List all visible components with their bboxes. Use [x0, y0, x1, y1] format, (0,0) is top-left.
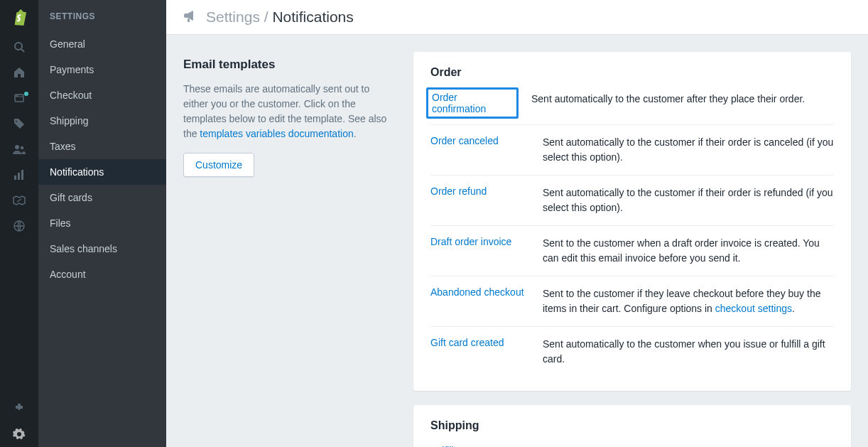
settings-sidebar: SETTINGS General Payments Checkout Shipp… [38, 0, 166, 447]
email-templates-intro: These emails are automatically sent out … [183, 82, 396, 141]
template-desc: Sent to the customer when a draft order … [543, 236, 834, 266]
shipping-section-title: Shipping [430, 419, 834, 432]
templates-list: Order Order confirmation Sent automatica… [413, 52, 851, 430]
main-area: Settings / Notifications Email templates… [166, 0, 868, 447]
svg-rect-7 [18, 173, 20, 180]
template-desc: Sent automatically to the customer after… [531, 92, 834, 107]
order-canceled-link[interactable]: Order canceled [430, 135, 530, 146]
order-refund-link[interactable]: Order refund [430, 185, 530, 197]
shopify-logo[interactable] [0, 0, 38, 34]
iconbar [0, 0, 38, 447]
svg-rect-8 [21, 170, 23, 180]
breadcrumb-parent[interactable]: Settings [206, 9, 260, 25]
email-templates-panel: Email templates These emails are automat… [183, 52, 396, 430]
template-desc: Sent automatically to the customer when … [543, 337, 834, 367]
discounts-icon[interactable] [0, 188, 38, 213]
order-section: Order Order confirmation Sent automatica… [413, 52, 851, 391]
sidebar-item-account[interactable]: Account [38, 262, 166, 287]
sidebar-item-gift-cards[interactable]: Gift cards [38, 185, 166, 210]
sidebar-item-checkout[interactable]: Checkout [38, 82, 166, 108]
email-templates-heading: Email templates [183, 58, 396, 72]
template-row: Draft order invoice Sent to the customer… [430, 225, 834, 276]
svg-point-5 [21, 146, 23, 149]
template-desc: Sent automatically to the customer if th… [543, 135, 834, 165]
customize-button[interactable]: Customize [183, 153, 254, 177]
tag-icon[interactable] [0, 111, 38, 136]
orders-icon[interactable] [0, 85, 38, 111]
analytics-icon[interactable] [0, 162, 38, 188]
page-title: Notifications [272, 9, 353, 25]
sidebar-item-taxes[interactable]: Taxes [38, 134, 166, 159]
template-row: Order canceled Sent automatically to the… [430, 124, 834, 175]
titlebar: Settings / Notifications [166, 0, 868, 35]
abandoned-checkout-link[interactable]: Abandoned checkout [430, 286, 530, 298]
template-desc: Sent automatically to the customer if th… [543, 185, 834, 215]
order-confirmation-link[interactable]: Order confirmation [426, 87, 519, 119]
gift-card-created-link[interactable]: Gift card created [430, 337, 530, 348]
breadcrumb: Settings / Notifications [206, 9, 354, 26]
template-row: Order refund Sent automatically to the c… [430, 175, 834, 225]
globe-icon[interactable] [0, 213, 38, 239]
svg-point-0 [15, 43, 22, 50]
order-section-title: Order [430, 66, 834, 79]
templates-variables-doc-link[interactable]: templates variables documentation [200, 128, 353, 139]
apps-icon[interactable] [0, 396, 38, 421]
svg-point-4 [15, 145, 19, 149]
checkout-settings-link[interactable]: checkout settings [715, 303, 792, 314]
customers-icon[interactable] [0, 136, 38, 162]
sidebar-item-files[interactable]: Files [38, 210, 166, 236]
template-row: Abandoned checkout Sent to the customer … [430, 276, 834, 326]
search-icon[interactable] [0, 34, 38, 60]
sidebar-item-notifications[interactable]: Notifications [38, 159, 166, 185]
shipping-section: Shipping Fulfillment request Sent automa… [413, 405, 851, 447]
template-row: Gift card created Sent automatically to … [430, 326, 834, 377]
svg-rect-6 [14, 176, 16, 180]
home-icon[interactable] [0, 60, 38, 85]
megaphone-icon [183, 10, 197, 25]
sidebar-item-shipping[interactable]: Shipping [38, 108, 166, 134]
sidebar-item-sales-channels[interactable]: Sales channels [38, 236, 166, 262]
sidebar-item-payments[interactable]: Payments [38, 57, 166, 82]
svg-rect-2 [15, 95, 23, 102]
svg-line-9 [17, 199, 21, 202]
svg-line-1 [21, 49, 24, 52]
template-row: Order confirmation Sent automatically to… [430, 92, 834, 124]
sidebar-header: SETTINGS [38, 0, 166, 31]
draft-order-invoice-link[interactable]: Draft order invoice [430, 236, 530, 247]
content: Email templates These emails are automat… [166, 35, 868, 447]
settings-icon[interactable] [0, 421, 38, 447]
template-desc: Sent to the customer if they leave check… [543, 286, 834, 316]
breadcrumb-sep: / [260, 9, 273, 25]
sidebar-item-general[interactable]: General [38, 31, 166, 57]
svg-point-3 [17, 96, 18, 97]
